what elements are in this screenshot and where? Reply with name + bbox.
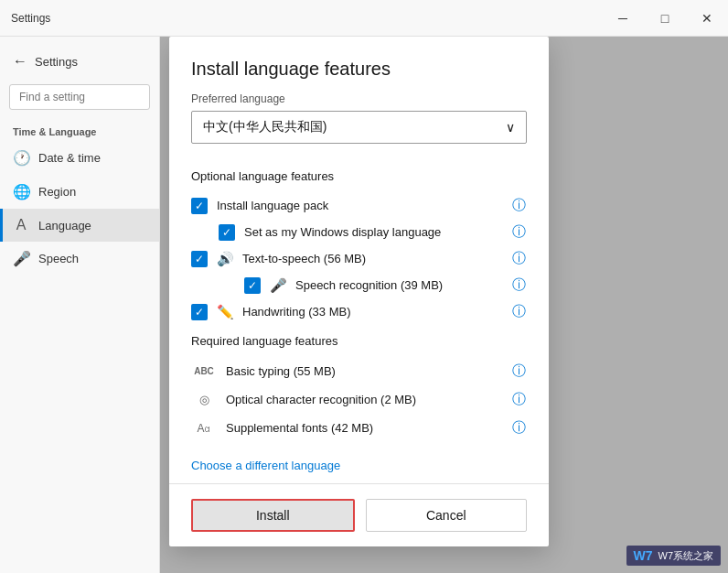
checkmark-icon: ✓ (248, 279, 257, 292)
sidebar-item-label: Language (38, 219, 91, 232)
req-label-ocr: Optical character recognition (2 MB) (226, 393, 501, 406)
checkbox-handwriting[interactable]: ✓ (191, 304, 208, 320)
sidebar-search-input[interactable] (9, 84, 150, 110)
cancel-button[interactable]: Cancel (366, 499, 528, 532)
modal-dialog: Install language features Preferred lang… (169, 37, 549, 546)
back-arrow-icon: ← (13, 53, 27, 70)
feature-item-lang-pack: ✓ Install language pack ⓘ (191, 192, 527, 219)
back-label: Settings (35, 55, 78, 69)
speech-icon: 🎤 (13, 250, 29, 267)
required-section-title: Required language features (191, 334, 527, 348)
window-title-bar: Settings (11, 12, 50, 25)
window-chrome: Settings ─ □ ✕ (0, 0, 728, 37)
checkmark-icon: ✓ (195, 200, 204, 212)
feature-label-handwriting: Handwriting (33 MB) (242, 305, 501, 319)
chevron-down-icon: ∨ (506, 120, 515, 135)
info-icon-lang-pack[interactable]: ⓘ (510, 197, 527, 214)
watermark-text: W7系统之家 (658, 549, 714, 563)
info-icon-display-lang[interactable]: ⓘ (510, 223, 527, 241)
feature-label-display-lang: Set as my Windows display language (244, 225, 501, 239)
info-icon-supp-fonts[interactable]: ⓘ (510, 419, 527, 437)
req-label-basic-typing: Basic typing (55 MB) (226, 364, 501, 378)
checkbox-lang-pack[interactable]: ✓ (191, 198, 208, 214)
supp-fonts-icon: Aꭤ (191, 422, 217, 435)
optional-section-title: Optional language features (191, 169, 527, 183)
feature-label-speech-rec: Speech recognition (39 MB) (295, 278, 501, 292)
required-item-ocr: ◎ Optical character recognition (2 MB) ⓘ (191, 385, 527, 414)
close-button[interactable]: ✕ (686, 0, 728, 37)
preferred-language-dropdown[interactable]: 中文(中华人民共和国) ∨ (191, 111, 527, 144)
basic-typing-icon: ABC (191, 366, 217, 376)
checkbox-display-lang[interactable]: ✓ (219, 224, 235, 241)
watermark-logo: W7 (634, 548, 653, 563)
date-time-icon: 🕐 (13, 149, 29, 167)
modal-body: Optional language features ✓ Install lan… (169, 169, 549, 476)
watermark: W7 W7系统之家 (626, 546, 722, 566)
modal-footer: Install Cancel (169, 483, 549, 546)
sidebar-item-language[interactable]: A Language (0, 209, 159, 242)
info-icon-handwriting[interactable]: ⓘ (510, 303, 527, 320)
content-area: Install language features Preferred lang… (160, 37, 728, 573)
handwriting-icon: ✏️ (217, 304, 233, 320)
modal-title: Install language features (191, 59, 527, 80)
feature-label-lang-pack: Install language pack (217, 199, 501, 212)
speech-rec-icon: 🎤 (270, 277, 286, 294)
required-item-basic-typing: ABC Basic typing (55 MB) ⓘ (191, 357, 527, 385)
feature-label-tts: Text-to-speech (56 MB) (242, 252, 501, 265)
preferred-language-label: Preferred language (191, 92, 527, 105)
checkbox-speech-rec[interactable]: ✓ (244, 277, 261, 294)
checkmark-icon: ✓ (222, 226, 231, 239)
feature-item-speech-rec: ✓ 🎤 Speech recognition (39 MB) ⓘ (191, 272, 527, 298)
tts-icon: 🔊 (217, 251, 233, 267)
sidebar-item-label: Region (38, 185, 76, 199)
sidebar-item-region[interactable]: 🌐 Region (0, 175, 159, 209)
minimize-button[interactable]: ─ (602, 0, 644, 37)
sidebar-item-speech[interactable]: 🎤 Speech (0, 242, 159, 276)
modal-overlay: Install language features Preferred lang… (160, 37, 728, 573)
sidebar-item-date-time[interactable]: 🕐 Date & time (0, 141, 159, 175)
feature-item-display-lang: ✓ Set as my Windows display language ⓘ (191, 219, 527, 245)
back-button[interactable]: ← Settings (0, 44, 159, 79)
sidebar-item-label: Speech (38, 252, 79, 265)
info-icon-speech-rec[interactable]: ⓘ (510, 276, 527, 294)
window-controls: ─ □ ✕ (602, 0, 728, 37)
window-title: Settings (11, 12, 50, 25)
dropdown-value: 中文(中华人民共和国) (203, 119, 327, 135)
checkbox-tts[interactable]: ✓ (191, 251, 208, 267)
req-label-supp-fonts: Supplemental fonts (42 MB) (226, 421, 501, 435)
feature-item-tts: ✓ 🔊 Text-to-speech (56 MB) ⓘ (191, 245, 527, 272)
info-icon-basic-typing[interactable]: ⓘ (510, 362, 527, 380)
install-button[interactable]: Install (191, 499, 355, 532)
choose-different-language-link[interactable]: Choose a different language (191, 459, 340, 472)
main-layout: ← Settings Time & Language 🕐 Date & time… (0, 37, 728, 573)
maximize-button[interactable]: □ (644, 0, 686, 37)
required-item-supp-fonts: Aꭤ Supplemental fonts (42 MB) ⓘ (191, 414, 527, 442)
modal-header: Install language features Preferred lang… (169, 37, 549, 169)
checkmark-icon: ✓ (195, 306, 204, 319)
info-icon-ocr[interactable]: ⓘ (510, 391, 527, 408)
region-icon: 🌐 (13, 183, 29, 200)
sidebar-section-title: Time & Language (0, 115, 159, 141)
feature-item-handwriting: ✓ ✏️ Handwriting (33 MB) ⓘ (191, 298, 527, 325)
info-icon-tts[interactable]: ⓘ (510, 250, 527, 267)
sidebar-item-label: Date & time (38, 151, 101, 165)
sidebar: ← Settings Time & Language 🕐 Date & time… (0, 37, 160, 573)
language-icon: A (13, 217, 29, 233)
ocr-icon: ◎ (191, 393, 217, 406)
checkmark-icon: ✓ (195, 253, 204, 265)
